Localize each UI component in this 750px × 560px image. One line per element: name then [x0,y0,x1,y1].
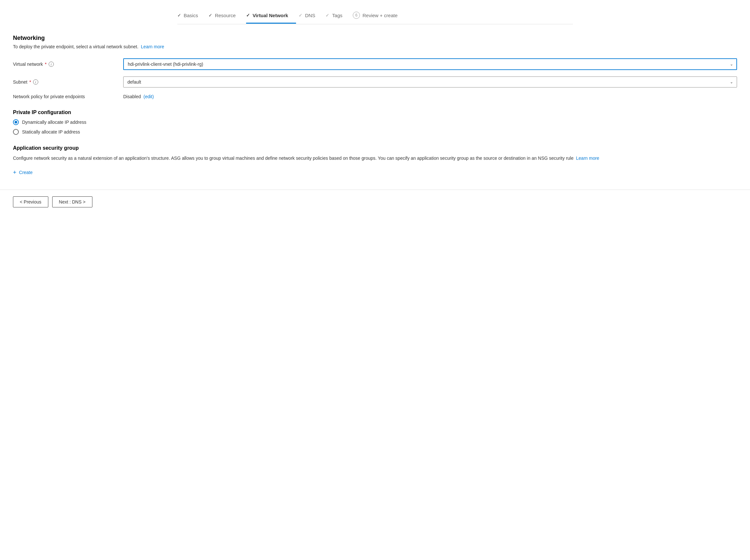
subnet-select-wrapper: default ⌄ [123,77,737,87]
tab-basics[interactable]: ✓ Basics [177,9,206,23]
subnet-info-icon[interactable]: i [33,79,38,85]
review-step-number: 6 [353,12,360,19]
subnet-required-star: * [29,79,31,85]
networking-title: Networking [13,35,737,41]
static-ip-radio[interactable] [13,129,19,135]
tab-resource-label: Resource [215,13,236,18]
vnet-check-icon: ✓ [246,13,250,18]
app-security-section: Application security group Configure net… [13,145,737,177]
tab-vnet-label: Virtual Network [253,13,288,18]
dynamic-ip-radio[interactable] [13,119,19,125]
network-policy-edit-link[interactable]: (edit) [143,94,154,99]
private-ip-section: Private IP configuration Dynamically all… [13,109,737,135]
virtual-network-select-wrapper: hdi-privlink-client-vnet (hdi-privlink-r… [123,58,737,70]
dynamic-ip-option[interactable]: Dynamically allocate IP address [13,119,737,125]
tab-basics-label: Basics [184,13,198,18]
ip-config-radio-group: Dynamically allocate IP address Statical… [13,119,737,135]
networking-learn-more-link[interactable]: Learn more [141,44,164,49]
networking-section: Networking To deploy the private endpoin… [13,35,737,99]
tab-review-create[interactable]: 6 Review + create [353,8,405,24]
virtual-network-select[interactable]: hdi-privlink-client-vnet (hdi-privlink-r… [123,58,737,70]
create-asg-button[interactable]: + Create [13,168,33,177]
previous-button[interactable]: < Previous [13,196,48,207]
virtual-network-row: Virtual network * i hdi-privlink-client-… [13,58,737,70]
subnet-row: Subnet * i default ⌄ [13,77,737,87]
next-button[interactable]: Next : DNS > [52,196,93,207]
tab-resource[interactable]: ✓ Resource [209,9,243,23]
tab-review-label: Review + create [362,13,397,18]
network-policy-value: Disabled (edit) [123,94,154,99]
app-security-learn-more-link[interactable]: Learn more [576,155,599,161]
tab-tags[interactable]: ✓ Tags [325,9,350,23]
subnet-label: Subnet * i [13,79,123,85]
resource-check-icon: ✓ [209,13,212,18]
static-ip-option[interactable]: Statically allocate IP address [13,129,737,135]
wizard-tabs: ✓ Basics ✓ Resource ✓ Virtual Network ✓ … [177,0,573,24]
dns-check-icon: ✓ [299,13,302,18]
tags-check-icon: ✓ [325,13,330,18]
tab-dns[interactable]: ✓ DNS [299,9,323,23]
virtual-network-label: Virtual network * i [13,62,123,67]
subnet-control: default ⌄ [123,77,737,87]
bottom-bar: < Previous Next : DNS > [0,190,750,214]
tab-dns-label: DNS [305,13,316,18]
plus-icon: + [13,169,17,175]
tab-tags-label: Tags [332,13,342,18]
network-policy-row: Network policy for private endpoints Dis… [13,94,737,99]
app-security-desc: Configure network security as a natural … [13,155,737,162]
basics-check-icon: ✓ [177,13,181,18]
subnet-select[interactable]: default [123,77,737,87]
networking-desc: To deploy the private endpoint, select a… [13,44,737,49]
network-policy-label: Network policy for private endpoints [13,94,123,99]
vnet-info-icon[interactable]: i [48,62,54,67]
vnet-required-star: * [45,62,46,67]
tab-virtual-network[interactable]: ✓ Virtual Network [246,9,296,23]
app-security-title: Application security group [13,145,737,151]
virtual-network-control: hdi-privlink-client-vnet (hdi-privlink-r… [123,58,737,70]
private-ip-title: Private IP configuration [13,109,737,116]
